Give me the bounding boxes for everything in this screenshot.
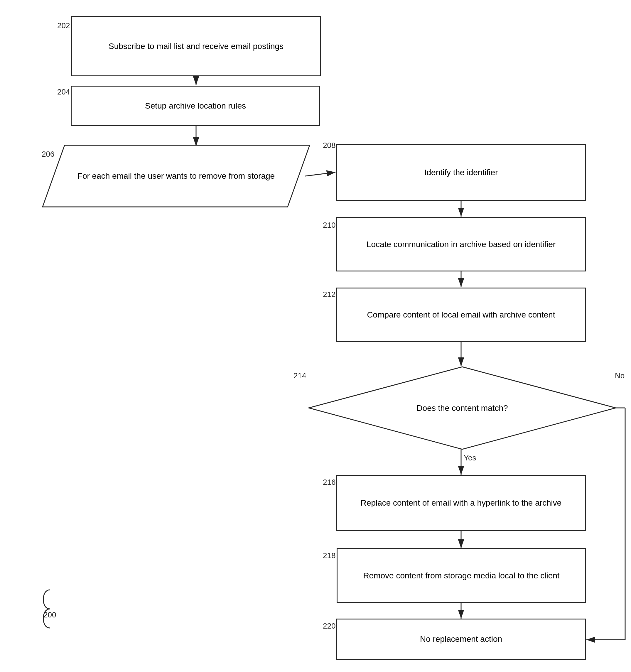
ref-214: 214 [294,371,306,380]
ref-200-brace [29,587,59,631]
node-220: No replacement action [336,619,586,660]
ref-202: 202 [57,21,70,30]
node-206: For each email the user wants to remove … [41,144,311,208]
node-206-label: For each email the user wants to remove … [73,170,279,182]
node-212-label: Compare content of local email with arch… [367,309,555,320]
node-214: Does the content match? [308,366,616,450]
ref-206: 206 [42,150,54,159]
node-220-label: No replacement action [420,633,502,645]
ref-216: 216 [323,478,335,487]
node-210: Locate communication in archive based on… [336,217,586,271]
node-204: Setup archive location rules [71,86,320,126]
flowchart-diagram: Subscribe to mail list and receive email… [0,0,631,672]
ref-220: 220 [323,622,335,631]
ref-210: 210 [323,221,335,230]
node-202-label: Subscribe to mail list and receive email… [109,41,283,52]
node-210-label: Locate communication in archive based on… [367,239,556,250]
node-214-label: Does the content match? [406,403,518,414]
ref-218: 218 [323,551,335,560]
node-216-label: Replace content of email with a hyperlin… [361,497,562,508]
node-216: Replace content of email with a hyperlin… [336,475,586,531]
ref-212: 212 [323,290,335,299]
node-218: Remove content from storage media local … [336,548,586,603]
node-204-label: Setup archive location rules [145,100,246,112]
node-208: Identify the identifier [336,144,586,201]
ref-204: 204 [57,88,70,97]
yes-label: Yes [464,453,476,462]
node-202: Subscribe to mail list and receive email… [71,16,321,76]
no-label: No [615,371,625,380]
node-218-label: Remove content from storage media local … [363,570,559,581]
node-212: Compare content of local email with arch… [336,288,586,342]
ref-208: 208 [323,141,335,150]
node-208-label: Identify the identifier [424,167,498,178]
